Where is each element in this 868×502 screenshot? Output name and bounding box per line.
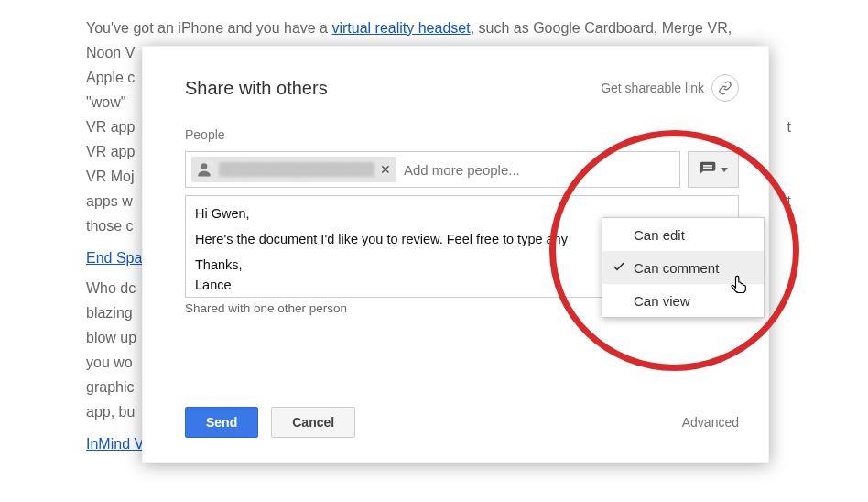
chevron-down-icon: [721, 168, 728, 172]
perm-option-can-comment[interactable]: Can comment: [602, 251, 764, 284]
get-shareable-link[interactable]: Get shareable link: [601, 74, 739, 102]
dialog-title: Share with others: [185, 78, 328, 99]
check-icon: [612, 259, 626, 274]
bg-text: t: [787, 190, 791, 213]
remove-chip-icon[interactable]: ✕: [380, 162, 391, 177]
bg-text: VR app: [86, 119, 135, 135]
permission-dropdown: Can edit Can comment Can view: [602, 217, 765, 318]
perm-option-label: Can edit: [634, 227, 685, 243]
perm-option-can-view[interactable]: Can view: [602, 284, 764, 317]
perm-option-can-edit[interactable]: Can edit: [602, 218, 764, 251]
permission-dropdown-button[interactable]: [688, 151, 739, 188]
link-icon: [711, 74, 739, 102]
svg-point-0: [201, 163, 208, 169]
bg-text: apps w: [86, 193, 133, 209]
perm-option-label: Can view: [634, 293, 690, 309]
vr-headset-link[interactable]: virtual reality headset: [331, 20, 470, 36]
person-icon: [195, 160, 213, 179]
recipient-email-redacted: [219, 162, 374, 177]
advanced-link[interactable]: Advanced: [682, 415, 739, 430]
get-shareable-link-label: Get shareable link: [601, 81, 704, 95]
cancel-button[interactable]: Cancel: [271, 407, 355, 438]
perm-option-label: Can comment: [634, 260, 719, 276]
comment-icon: [699, 160, 717, 179]
people-label: People: [185, 127, 739, 142]
recipient-chip[interactable]: ✕: [191, 157, 396, 182]
people-input[interactable]: ✕: [185, 151, 680, 188]
add-people-input[interactable]: [402, 151, 674, 188]
bg-text: , such as Google Cardboard, Merge VR,: [471, 20, 732, 36]
bg-text: t: [787, 115, 791, 138]
send-button[interactable]: Send: [185, 407, 258, 438]
bg-text: You've got an iPhone and you have a: [86, 20, 331, 36]
end-space-link[interactable]: End Spa: [86, 246, 142, 269]
